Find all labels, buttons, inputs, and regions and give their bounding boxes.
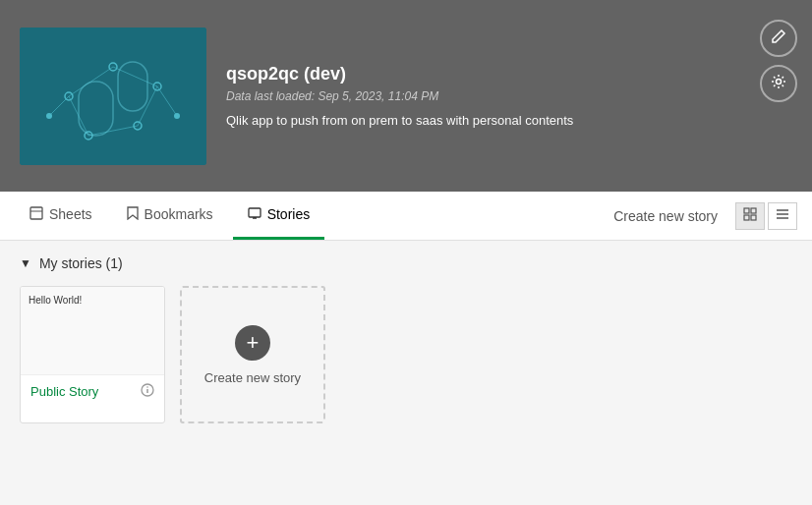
grid-view-button[interactable] bbox=[735, 202, 765, 230]
svg-rect-24 bbox=[751, 208, 756, 213]
tab-stories-label: Stories bbox=[267, 206, 311, 222]
stories-grid: Hello World! Public Story + Create new s… bbox=[20, 286, 792, 423]
gear-icon bbox=[771, 74, 786, 93]
bookmarks-icon bbox=[127, 206, 139, 223]
tab-stories[interactable]: Stories bbox=[233, 192, 325, 240]
grid-view-icon bbox=[743, 207, 757, 224]
app-description: Qlik app to push from on prem to saas wi… bbox=[226, 113, 792, 128]
sheets-icon bbox=[29, 206, 43, 223]
list-view-icon bbox=[776, 207, 789, 224]
tab-bookmarks[interactable]: Bookmarks bbox=[112, 192, 228, 240]
stories-icon bbox=[248, 206, 261, 222]
app-info: qsop2qc (dev) Data last loaded: Sep 5, 2… bbox=[226, 64, 792, 128]
header-actions bbox=[760, 20, 797, 102]
story-thumbnail-text: Hello World! bbox=[29, 295, 82, 306]
svg-point-17 bbox=[777, 80, 782, 84]
story-card[interactable]: Hello World! Public Story bbox=[20, 286, 165, 423]
my-stories-section-header[interactable]: ▼ My stories (1) bbox=[20, 255, 792, 271]
svg-rect-23 bbox=[744, 208, 749, 213]
story-thumbnail: Hello World! bbox=[21, 287, 164, 375]
view-toggle bbox=[735, 202, 797, 230]
story-name: Public Story bbox=[30, 384, 98, 399]
nav-bar: Sheets Bookmarks Stories Create new stor… bbox=[0, 192, 812, 241]
info-icon[interactable] bbox=[141, 383, 154, 400]
svg-rect-18 bbox=[30, 207, 42, 219]
create-story-card-label: Create new story bbox=[204, 370, 301, 385]
list-view-button[interactable] bbox=[768, 202, 797, 230]
tab-bookmarks-label: Bookmarks bbox=[145, 206, 213, 222]
edit-button[interactable] bbox=[760, 20, 797, 57]
create-story-header-button[interactable]: Create new story bbox=[604, 203, 727, 229]
nav-right: Create new story bbox=[604, 202, 797, 230]
content-area: ▼ My stories (1) Hello World! Public Sto… bbox=[0, 241, 812, 505]
tab-sheets-label: Sheets bbox=[49, 206, 92, 222]
app-title: qsop2qc (dev) bbox=[226, 64, 792, 84]
nav-tabs: Sheets Bookmarks Stories bbox=[15, 192, 324, 240]
svg-rect-25 bbox=[744, 215, 749, 220]
story-footer: Public Story bbox=[21, 375, 164, 408]
app-header: qsop2qc (dev) Data last loaded: Sep 5, 2… bbox=[0, 0, 812, 192]
my-stories-label: My stories (1) bbox=[39, 255, 123, 271]
chevron-down-icon: ▼ bbox=[20, 256, 31, 270]
settings-button[interactable] bbox=[760, 65, 797, 102]
app-thumbnail bbox=[20, 28, 206, 165]
svg-point-32 bbox=[146, 386, 148, 388]
tab-sheets[interactable]: Sheets bbox=[15, 192, 107, 240]
create-story-card[interactable]: + Create new story bbox=[180, 286, 325, 423]
svg-rect-20 bbox=[249, 208, 261, 217]
svg-rect-26 bbox=[751, 215, 756, 220]
app-date: Data last loaded: Sep 5, 2023, 11:04 PM bbox=[226, 89, 792, 103]
create-plus-icon: + bbox=[235, 325, 270, 361]
edit-icon bbox=[771, 28, 786, 48]
